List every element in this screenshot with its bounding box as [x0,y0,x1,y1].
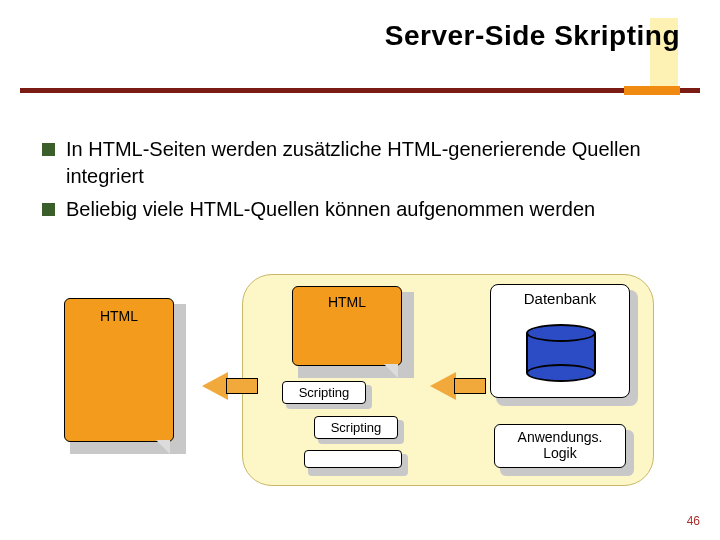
title-rule-accent [624,86,680,95]
bullet-list: In HTML-Seiten werden zusätzliche HTML-g… [40,136,680,229]
page-label: HTML [292,294,402,310]
slide-title: Server-Side Skripting [385,20,680,52]
scripting-box: Scripting [314,416,398,439]
database-cylinder-icon [526,324,596,380]
scripting-box: Scripting [282,381,366,404]
app-logic-box: Anwendungs. Logik [494,424,626,468]
app-logic-line2: Logik [543,445,576,461]
bullet-item: In HTML-Seiten werden zusätzliche HTML-g… [40,136,680,190]
title-rule [20,88,700,93]
diagram: HTML HTML Scripting Scripting Datenbank … [60,280,660,500]
page-fold-icon [384,364,398,378]
empty-box [304,450,402,468]
page-fold-icon [156,440,170,454]
app-logic-line1: Anwendungs. [518,429,603,445]
page-number: 46 [687,514,700,528]
page-label: HTML [64,308,174,324]
database-label: Datenbank [490,290,630,307]
bullet-item: Beliebig viele HTML-Quellen können aufge… [40,196,680,223]
